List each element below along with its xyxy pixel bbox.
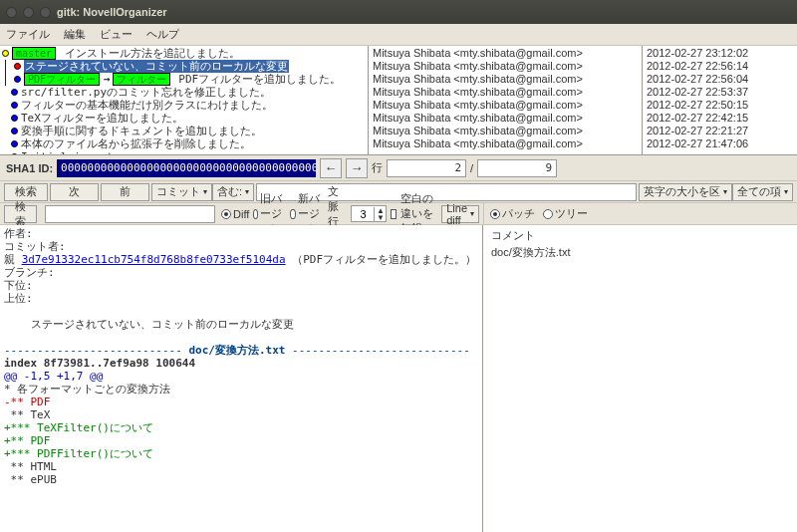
- search-type-combo[interactable]: コミット▾: [151, 183, 212, 201]
- date-cell: 2012-02-27 22:56:04: [647, 73, 793, 86]
- nav-back-button[interactable]: ←: [320, 158, 342, 178]
- commit-list-pane: master インストール方法を追記しました。 ステージされていない、コミット前…: [0, 46, 797, 155]
- current-row[interactable]: 2: [387, 159, 466, 177]
- author-cell: Mitsuya Shibata <mty.shibata@gmail.com>: [373, 112, 638, 125]
- prev-button[interactable]: 前: [101, 183, 149, 201]
- close-icon[interactable]: [6, 7, 17, 18]
- diff-toolbar: 検索 Diff 旧バージョン 新バージョン 文脈行数: ▲▼ 空白の違いを無視 …: [0, 203, 797, 225]
- next-button[interactable]: 次: [50, 183, 99, 201]
- commit-row: フィルターの基本機能だけ別クラスにわけました。: [2, 99, 366, 112]
- author-cell: Mitsuya Shibata <mty.shibata@gmail.com>: [373, 47, 638, 60]
- date-cell: 2012-02-27 22:53:37: [647, 86, 793, 99]
- commit-graph-column[interactable]: master インストール方法を追記しました。 ステージされていない、コミット前…: [0, 46, 369, 154]
- date-cell: 2012-02-27 23:12:02: [647, 47, 793, 60]
- diff-view[interactable]: 作者: コミット者: 親 3d7e91332ec11cb754f8d768b8f…: [0, 225, 483, 532]
- sha-label: SHA1 ID:: [6, 162, 53, 174]
- minimize-icon[interactable]: [23, 7, 34, 18]
- fields-combo[interactable]: 全ての項▾: [732, 183, 793, 201]
- window-titlebar: gitk: NovellOrganizer: [0, 0, 797, 24]
- ignore-whitespace-checkbox[interactable]: [391, 209, 396, 219]
- menu-bar: ファイル 編集 ビュー ヘルプ: [0, 24, 797, 46]
- parent-sha-link[interactable]: 3d7e91332ec11cb754f8d768b8fe0733ef5104da: [22, 253, 286, 266]
- search-button[interactable]: 検索: [4, 183, 48, 201]
- author-cell: Mitsuya Shibata <mty.shibata@gmail.com>: [373, 86, 638, 99]
- menu-help[interactable]: ヘルプ: [146, 27, 179, 42]
- diff-mode-combo[interactable]: Line diff▾: [441, 205, 479, 223]
- author-column[interactable]: Mitsuya Shibata <mty.shibata@gmail.com> …: [369, 46, 643, 154]
- date-cell: 2012-02-27 22:42:15: [647, 112, 793, 125]
- row-sep: /: [470, 162, 473, 174]
- author-cell: Mitsuya Shibata <mty.shibata@gmail.com>: [373, 60, 638, 73]
- menu-edit[interactable]: 編集: [64, 27, 86, 42]
- diff-radio[interactable]: Diff: [221, 208, 249, 220]
- commit-row: PDFフィルター→フィルター PDFフィルターを追加しました。: [2, 73, 366, 86]
- bottom-pane: 作者: コミット者: 親 3d7e91332ec11cb754f8d768b8f…: [0, 225, 797, 532]
- menu-file[interactable]: ファイル: [6, 27, 50, 42]
- diff-search-button[interactable]: 検索: [4, 205, 37, 223]
- diff-search-input[interactable]: [45, 205, 215, 223]
- commit-row: Initial import: [2, 150, 366, 154]
- tree-comment[interactable]: コメント: [483, 227, 797, 244]
- row-label: 行: [372, 160, 383, 175]
- case-combo[interactable]: 英字の大小を区▾: [639, 183, 732, 201]
- sha-value[interactable]: 0000000000000000000000000000000000000000: [57, 159, 316, 177]
- nav-forward-button[interactable]: →: [346, 158, 368, 178]
- author-cell: Mitsuya Shibata <mty.shibata@gmail.com>: [373, 99, 638, 112]
- menu-view[interactable]: ビュー: [100, 27, 133, 42]
- search-mode-combo[interactable]: 含む:▾: [212, 183, 254, 201]
- maximize-icon[interactable]: [40, 7, 51, 18]
- commit-row: 本体のファイル名から拡張子を削除しました。: [2, 137, 366, 150]
- author-cell: Mitsuya Shibata <mty.shibata@gmail.com>: [373, 137, 638, 150]
- commit-row: ステージされていない、コミット前のローカルな変更: [2, 60, 366, 73]
- date-cell: 2012-02-27 22:56:14: [647, 60, 793, 73]
- date-cell: 2012-02-27 22:21:27: [647, 125, 793, 137]
- total-rows: 9: [477, 159, 557, 177]
- author-cell: Mitsuya Shibata <mty.shibata@gmail.com>: [373, 125, 638, 137]
- file-tree-pane[interactable]: コメント doc/変換方法.txt: [483, 225, 797, 532]
- author-cell: Mitsuya Shibata <mty.shibata@gmail.com>: [373, 73, 638, 86]
- patch-radio[interactable]: パッチ: [490, 206, 535, 221]
- date-cell: 2012-02-27 21:47:06: [647, 137, 793, 150]
- tree-file[interactable]: doc/変換方法.txt: [483, 244, 797, 261]
- commit-row: TeXフィルターを追加しました。: [2, 112, 366, 125]
- commit-row: master インストール方法を追記しました。: [2, 47, 366, 60]
- tree-radio[interactable]: ツリー: [543, 206, 588, 221]
- commit-row: src/filter.pyのコミット忘れを修正しました。: [2, 86, 366, 99]
- search-bar: 検索 次 前 コミット▾ 含む:▾ 英字の大小を区▾ 全ての項▾: [0, 181, 797, 203]
- sha-bar: SHA1 ID: 0000000000000000000000000000000…: [0, 155, 797, 181]
- window-title: gitk: NovellOrganizer: [57, 6, 167, 18]
- date-column[interactable]: 2012-02-27 23:12:02 2012-02-27 22:56:14 …: [643, 46, 797, 154]
- commit-row: 変換手順に関するドキュメントを追加しました。: [2, 125, 366, 137]
- date-cell: 2012-02-27 22:50:15: [647, 99, 793, 112]
- context-lines-spinner[interactable]: ▲▼: [351, 205, 387, 222]
